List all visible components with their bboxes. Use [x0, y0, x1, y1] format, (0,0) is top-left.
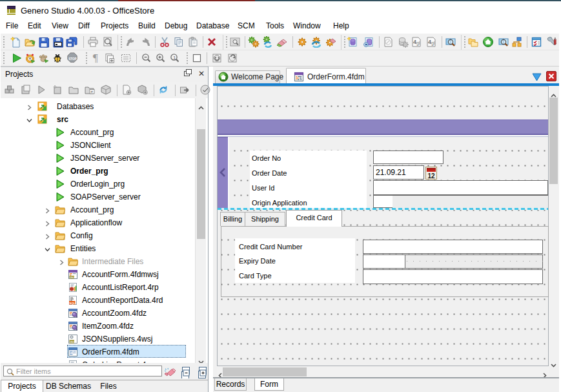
- svg-text:SQL: SQL: [70, 302, 76, 305]
- svg-text:gl: gl: [416, 41, 420, 46]
- svg-text:STOP: STOP: [68, 57, 76, 61]
- svg-text:1: 1: [173, 55, 176, 61]
- svg-text:¶: ¶: [93, 52, 98, 64]
- svg-text:JSON: JSON: [70, 276, 77, 279]
- svg-text:JSON: JSON: [70, 341, 77, 344]
- svg-text:gl: gl: [431, 41, 435, 46]
